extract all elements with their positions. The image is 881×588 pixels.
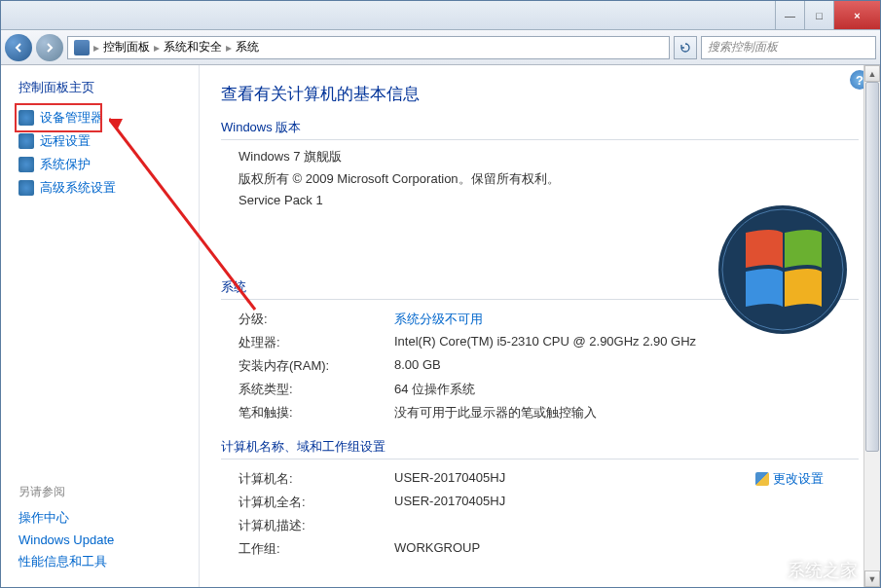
refresh-button[interactable] bbox=[674, 36, 697, 59]
back-button[interactable] bbox=[5, 34, 32, 61]
svg-point-0 bbox=[718, 205, 847, 334]
maximize-button[interactable]: □ bbox=[804, 1, 833, 29]
computer-row-workgroup: 工作组: WORKGROUP bbox=[221, 537, 859, 561]
row-key: 系统类型: bbox=[239, 381, 394, 398]
minimize-button[interactable]: — bbox=[775, 1, 804, 29]
breadcrumb-sep: ▸ bbox=[226, 41, 232, 55]
row-value bbox=[394, 517, 859, 534]
sidebar-item-label: 系统保护 bbox=[40, 156, 91, 173]
section-windows-edition: Windows 版本 bbox=[221, 119, 859, 140]
page-title: 查看有关计算机的基本信息 bbox=[221, 83, 859, 105]
edition-line: 版权所有 © 2009 Microsoft Corporation。保留所有权利… bbox=[239, 170, 859, 188]
control-panel-icon bbox=[74, 40, 90, 55]
sidebar-item-remote[interactable]: 远程设置 bbox=[18, 129, 199, 153]
close-button[interactable]: × bbox=[833, 1, 880, 29]
titlebar: — □ × bbox=[1, 1, 880, 30]
shield-icon bbox=[18, 133, 34, 149]
search-input[interactable]: 搜索控制面板 bbox=[701, 36, 876, 59]
row-key: 计算机描述: bbox=[239, 517, 394, 534]
main-panel: 查看有关计算机的基本信息 Windows 版本 Windows 7 旗舰版 版权… bbox=[200, 65, 880, 587]
row-value: 8.00 GB bbox=[394, 357, 859, 375]
sidebar: 控制面板主页 设备管理器 远程设置 系统保护 高级系统设置 另请参阅 操作中心 … bbox=[1, 65, 200, 587]
system-properties-window: — □ × ▸ 控制面板 ▸ 系统和安全 ▸ 系统 搜索控制面板 控制面板主页 bbox=[0, 0, 881, 588]
scroll-up-button[interactable]: ▲ bbox=[864, 65, 880, 82]
shield-icon bbox=[755, 472, 769, 486]
row-value: 64 位操作系统 bbox=[394, 381, 859, 398]
edition-block: Windows 7 旗舰版 版权所有 © 2009 Microsoft Corp… bbox=[221, 148, 859, 207]
breadcrumb-item[interactable]: 控制面板 bbox=[103, 39, 150, 55]
computer-row-name: 计算机名: USER-20170405HJ 更改设置 bbox=[221, 467, 859, 491]
sidebar-link-windows-update[interactable]: Windows Update bbox=[18, 530, 199, 550]
change-settings-label: 更改设置 bbox=[773, 470, 824, 488]
see-also-label: 另请参阅 bbox=[18, 484, 199, 500]
sidebar-item-label: 设备管理器 bbox=[40, 109, 103, 127]
row-value: USER-20170405HJ bbox=[394, 494, 859, 511]
row-key: 计算机全名: bbox=[239, 494, 394, 511]
content-area: 控制面板主页 设备管理器 远程设置 系统保护 高级系统设置 另请参阅 操作中心 … bbox=[1, 65, 880, 587]
breadcrumb[interactable]: ▸ 控制面板 ▸ 系统和安全 ▸ 系统 bbox=[67, 36, 670, 59]
forward-button[interactable] bbox=[36, 34, 63, 61]
computer-row-description: 计算机描述: bbox=[221, 514, 859, 537]
system-row-ram: 安装内存(RAM): 8.00 GB bbox=[221, 354, 859, 378]
section-computer-name: 计算机名称、域和工作组设置 bbox=[221, 438, 859, 459]
row-key: 安装内存(RAM): bbox=[239, 357, 394, 375]
row-value: 没有可用于此显示器的笔或触控输入 bbox=[394, 404, 859, 422]
shield-icon bbox=[18, 180, 34, 196]
scroll-thumb[interactable] bbox=[865, 82, 879, 452]
sidebar-link-performance[interactable]: 性能信息和工具 bbox=[18, 550, 199, 573]
row-key: 处理器: bbox=[239, 334, 394, 351]
search-placeholder: 搜索控制面板 bbox=[708, 39, 778, 55]
breadcrumb-item[interactable]: 系统 bbox=[236, 39, 259, 55]
shield-icon bbox=[18, 110, 34, 126]
edition-line: Windows 7 旗舰版 bbox=[239, 148, 859, 165]
sidebar-item-device-manager[interactable]: 设备管理器 bbox=[18, 106, 199, 129]
change-settings-link[interactable]: 更改设置 bbox=[755, 470, 824, 488]
shield-icon bbox=[18, 157, 34, 172]
computer-row-fullname: 计算机全名: USER-20170405HJ bbox=[221, 491, 859, 514]
row-key: 分级: bbox=[239, 311, 394, 328]
sidebar-item-label: 远程设置 bbox=[40, 132, 91, 150]
scroll-down-button[interactable]: ▼ bbox=[864, 570, 880, 587]
vertical-scrollbar[interactable]: ▲ ▼ bbox=[863, 65, 880, 587]
row-key: 计算机名: bbox=[239, 470, 394, 488]
row-key: 工作组: bbox=[239, 540, 394, 558]
toolbar: ▸ 控制面板 ▸ 系统和安全 ▸ 系统 搜索控制面板 bbox=[1, 30, 880, 65]
breadcrumb-sep: ▸ bbox=[93, 41, 99, 55]
breadcrumb-item[interactable]: 系统和安全 bbox=[164, 39, 222, 55]
sidebar-title: 控制面板主页 bbox=[18, 79, 199, 96]
breadcrumb-sep: ▸ bbox=[154, 41, 160, 55]
system-row-pen-touch: 笔和触摸: 没有可用于此显示器的笔或触控输入 bbox=[221, 401, 859, 424]
sidebar-item-advanced[interactable]: 高级系统设置 bbox=[18, 176, 199, 200]
system-row-type: 系统类型: 64 位操作系统 bbox=[221, 378, 859, 401]
sidebar-link-action-center[interactable]: 操作中心 bbox=[18, 506, 199, 530]
row-value: WORKGROUP bbox=[394, 540, 859, 558]
sidebar-item-protection[interactable]: 系统保护 bbox=[18, 153, 199, 176]
windows-logo-icon bbox=[715, 202, 851, 338]
row-key: 笔和触摸: bbox=[239, 404, 394, 422]
sidebar-item-label: 高级系统设置 bbox=[40, 179, 116, 197]
